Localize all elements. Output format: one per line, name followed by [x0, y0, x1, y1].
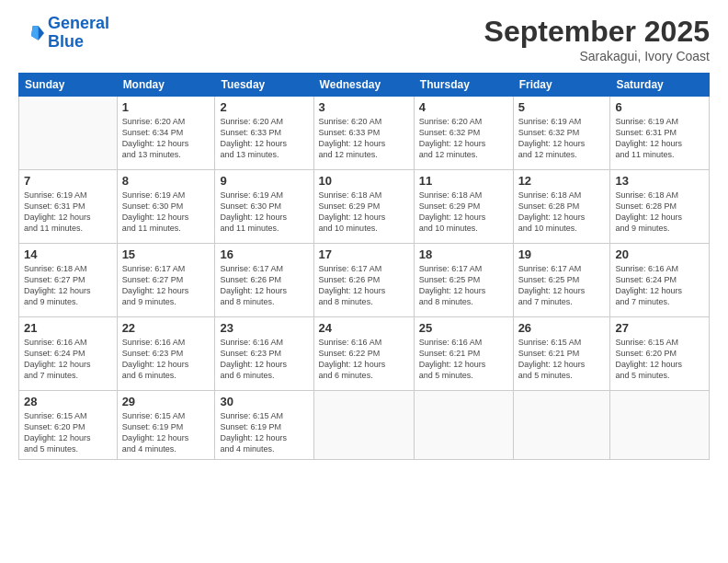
- logo: General Blue: [18, 15, 109, 52]
- calendar-header-row: SundayMondayTuesdayWednesdayThursdayFrid…: [19, 74, 710, 97]
- calendar-cell: 28Sunrise: 6:15 AMSunset: 6:20 PMDayligh…: [19, 391, 118, 460]
- weekday-header-sunday: Sunday: [19, 74, 118, 97]
- day-info: Sunrise: 6:16 AMSunset: 6:21 PMDaylight:…: [419, 337, 508, 382]
- weekday-header-thursday: Thursday: [414, 74, 513, 97]
- calendar-week-row: 14Sunrise: 6:18 AMSunset: 6:27 PMDayligh…: [19, 244, 710, 317]
- day-info: Sunrise: 6:19 AMSunset: 6:30 PMDaylight:…: [220, 190, 308, 235]
- calendar-table: SundayMondayTuesdayWednesdayThursdayFrid…: [18, 73, 710, 460]
- day-info: Sunrise: 6:18 AMSunset: 6:28 PMDaylight:…: [518, 190, 606, 235]
- day-info: Sunrise: 6:17 AMSunset: 6:26 PMDaylight:…: [319, 263, 409, 308]
- day-info: Sunrise: 6:20 AMSunset: 6:33 PMDaylight:…: [220, 116, 308, 161]
- month-title: September 2025: [484, 15, 710, 49]
- logo-icon: [18, 20, 44, 46]
- calendar-cell: [513, 391, 610, 460]
- day-info: Sunrise: 6:16 AMSunset: 6:23 PMDaylight:…: [220, 337, 308, 382]
- day-number: 28: [24, 395, 112, 408]
- calendar-cell: 17Sunrise: 6:17 AMSunset: 6:26 PMDayligh…: [313, 244, 414, 317]
- calendar-cell: 13Sunrise: 6:18 AMSunset: 6:28 PMDayligh…: [610, 170, 710, 244]
- title-block: September 2025 Sarakagui, Ivory Coast: [484, 15, 710, 63]
- logo-text: General Blue: [48, 15, 109, 52]
- day-number: 14: [24, 247, 112, 261]
- day-info: Sunrise: 6:15 AMSunset: 6:20 PMDaylight:…: [24, 410, 112, 455]
- day-number: 20: [615, 247, 704, 261]
- calendar-cell: 2Sunrise: 6:20 AMSunset: 6:33 PMDaylight…: [215, 97, 313, 170]
- day-info: Sunrise: 6:19 AMSunset: 6:31 PMDaylight:…: [24, 190, 112, 235]
- calendar-cell: 1Sunrise: 6:20 AMSunset: 6:34 PMDaylight…: [117, 97, 215, 170]
- day-number: 12: [518, 174, 606, 188]
- day-number: 29: [122, 395, 210, 408]
- header: General Blue September 2025 Sarakagui, I…: [18, 15, 710, 63]
- day-number: 1: [122, 100, 210, 114]
- calendar-cell: 16Sunrise: 6:17 AMSunset: 6:26 PMDayligh…: [215, 244, 313, 317]
- calendar-cell: [19, 97, 118, 170]
- calendar-cell: 9Sunrise: 6:19 AMSunset: 6:30 PMDaylight…: [215, 170, 313, 244]
- weekday-header-tuesday: Tuesday: [215, 74, 313, 97]
- calendar-cell: [313, 391, 414, 460]
- day-number: 19: [518, 247, 606, 261]
- day-number: 23: [220, 321, 308, 335]
- calendar-week-row: 1Sunrise: 6:20 AMSunset: 6:34 PMDaylight…: [19, 97, 710, 170]
- calendar-cell: [610, 391, 710, 460]
- calendar-cell: 8Sunrise: 6:19 AMSunset: 6:30 PMDaylight…: [117, 170, 215, 244]
- calendar-cell: 7Sunrise: 6:19 AMSunset: 6:31 PMDaylight…: [19, 170, 118, 244]
- day-info: Sunrise: 6:18 AMSunset: 6:27 PMDaylight:…: [24, 263, 112, 308]
- day-info: Sunrise: 6:15 AMSunset: 6:20 PMDaylight:…: [615, 337, 704, 382]
- day-number: 6: [615, 100, 704, 114]
- day-number: 2: [220, 100, 308, 114]
- weekday-header-monday: Monday: [117, 74, 215, 97]
- day-number: 26: [518, 321, 606, 335]
- calendar-week-row: 7Sunrise: 6:19 AMSunset: 6:31 PMDaylight…: [19, 170, 710, 244]
- day-info: Sunrise: 6:17 AMSunset: 6:25 PMDaylight:…: [419, 263, 508, 308]
- day-info: Sunrise: 6:18 AMSunset: 6:29 PMDaylight:…: [419, 190, 508, 235]
- day-info: Sunrise: 6:15 AMSunset: 6:19 PMDaylight:…: [220, 410, 308, 455]
- svg-marker-1: [31, 26, 39, 40]
- calendar-cell: 19Sunrise: 6:17 AMSunset: 6:25 PMDayligh…: [513, 244, 610, 317]
- day-info: Sunrise: 6:17 AMSunset: 6:26 PMDaylight:…: [220, 263, 308, 308]
- calendar-cell: 12Sunrise: 6:18 AMSunset: 6:28 PMDayligh…: [513, 170, 610, 244]
- day-number: 4: [419, 100, 508, 114]
- calendar-cell: 20Sunrise: 6:16 AMSunset: 6:24 PMDayligh…: [610, 244, 710, 317]
- logo-line2: Blue: [48, 32, 84, 51]
- calendar-cell: 4Sunrise: 6:20 AMSunset: 6:32 PMDaylight…: [414, 97, 513, 170]
- day-number: 24: [319, 321, 409, 335]
- day-number: 5: [518, 100, 606, 114]
- calendar-week-row: 21Sunrise: 6:16 AMSunset: 6:24 PMDayligh…: [19, 317, 710, 391]
- day-number: 16: [220, 247, 308, 261]
- day-number: 22: [122, 321, 210, 335]
- day-info: Sunrise: 6:19 AMSunset: 6:31 PMDaylight:…: [615, 116, 704, 161]
- calendar-cell: 22Sunrise: 6:16 AMSunset: 6:23 PMDayligh…: [117, 317, 215, 391]
- calendar-cell: 24Sunrise: 6:16 AMSunset: 6:22 PMDayligh…: [313, 317, 414, 391]
- day-info: Sunrise: 6:17 AMSunset: 6:27 PMDaylight:…: [122, 263, 210, 308]
- weekday-header-saturday: Saturday: [610, 74, 710, 97]
- day-info: Sunrise: 6:20 AMSunset: 6:32 PMDaylight:…: [419, 116, 508, 161]
- logo-line1: General: [48, 14, 109, 32]
- day-number: 25: [419, 321, 508, 335]
- calendar-cell: [414, 391, 513, 460]
- day-number: 10: [319, 174, 409, 188]
- calendar-cell: 26Sunrise: 6:15 AMSunset: 6:21 PMDayligh…: [513, 317, 610, 391]
- day-number: 17: [319, 247, 409, 261]
- day-info: Sunrise: 6:20 AMSunset: 6:34 PMDaylight:…: [122, 116, 210, 161]
- calendar-cell: 11Sunrise: 6:18 AMSunset: 6:29 PMDayligh…: [414, 170, 513, 244]
- day-number: 15: [122, 247, 210, 261]
- day-number: 30: [220, 395, 308, 408]
- day-info: Sunrise: 6:18 AMSunset: 6:28 PMDaylight:…: [615, 190, 704, 235]
- calendar-cell: 3Sunrise: 6:20 AMSunset: 6:33 PMDaylight…: [313, 97, 414, 170]
- day-number: 21: [24, 321, 112, 335]
- day-info: Sunrise: 6:16 AMSunset: 6:22 PMDaylight:…: [319, 337, 409, 382]
- day-number: 27: [615, 321, 704, 335]
- weekday-header-wednesday: Wednesday: [313, 74, 414, 97]
- day-info: Sunrise: 6:15 AMSunset: 6:21 PMDaylight:…: [518, 337, 606, 382]
- calendar-cell: 25Sunrise: 6:16 AMSunset: 6:21 PMDayligh…: [414, 317, 513, 391]
- weekday-header-friday: Friday: [513, 74, 610, 97]
- calendar-week-row: 28Sunrise: 6:15 AMSunset: 6:20 PMDayligh…: [19, 391, 710, 460]
- calendar-cell: 5Sunrise: 6:19 AMSunset: 6:32 PMDaylight…: [513, 97, 610, 170]
- day-info: Sunrise: 6:20 AMSunset: 6:33 PMDaylight:…: [319, 116, 409, 161]
- day-number: 8: [122, 174, 210, 188]
- calendar-cell: 6Sunrise: 6:19 AMSunset: 6:31 PMDaylight…: [610, 97, 710, 170]
- day-info: Sunrise: 6:16 AMSunset: 6:24 PMDaylight:…: [615, 263, 704, 308]
- day-number: 9: [220, 174, 308, 188]
- day-number: 18: [419, 247, 508, 261]
- calendar-cell: 23Sunrise: 6:16 AMSunset: 6:23 PMDayligh…: [215, 317, 313, 391]
- day-number: 11: [419, 174, 508, 188]
